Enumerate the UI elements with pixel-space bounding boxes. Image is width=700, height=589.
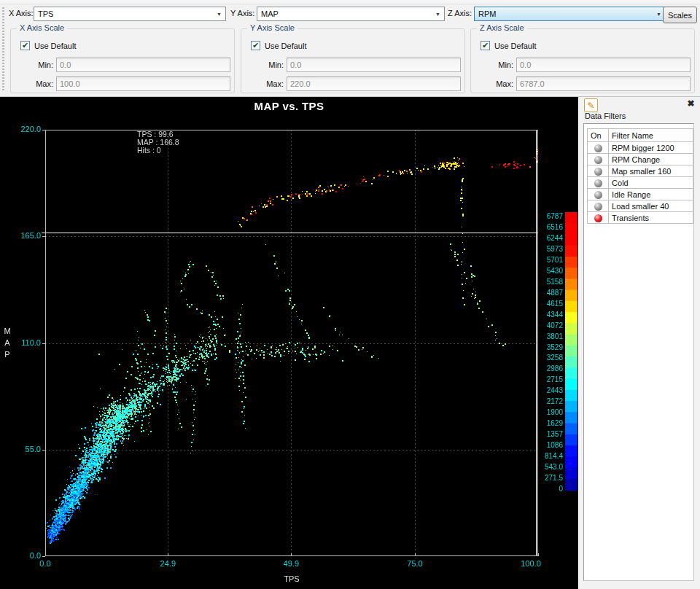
y-axis-scale-title: Y Axis Scale xyxy=(247,23,298,32)
y-max-input[interactable] xyxy=(287,77,461,91)
x-tick-label: 49.9 xyxy=(284,559,299,568)
filter-row: Idle Range xyxy=(588,189,693,200)
filter-row: Cold xyxy=(588,177,693,189)
filter-name-cell[interactable]: RPM bigger 1200 xyxy=(609,142,693,154)
x-axis-select[interactable]: TPS ▼ xyxy=(34,7,226,21)
check-icon: ✔ xyxy=(252,42,259,50)
x-max-input[interactable] xyxy=(56,77,230,91)
x-tick-label: 24.9 xyxy=(160,559,176,568)
filter-name-cell[interactable]: Idle Range xyxy=(609,189,693,200)
z-axis-label: Z Axis: xyxy=(448,9,472,17)
filter-name-cell[interactable]: Map smaller 160 xyxy=(609,165,693,177)
colorbar-tick-label: 3258 xyxy=(522,354,563,362)
z-use-default-checkbox[interactable]: ✔ xyxy=(481,41,490,50)
filter-led-off-icon[interactable] xyxy=(594,168,602,176)
chart-title: MAP vs. TPS xyxy=(0,100,578,112)
filters-col-name: Filter Name xyxy=(609,129,693,142)
data-filters-title: Data Filters xyxy=(585,112,626,120)
cursor-readout-line-2: Hits : 0 xyxy=(137,147,179,155)
filter-name-cell[interactable]: RPM Change xyxy=(609,154,693,165)
colorbar-tick-label: 6787 xyxy=(522,212,563,220)
y-tick-label: 220.0 xyxy=(6,125,41,133)
chevron-down-icon: ▼ xyxy=(656,12,661,17)
colorbar-tick-label: 1357 xyxy=(522,430,563,438)
colorbar-tick-label: 4072 xyxy=(522,321,563,329)
y-tick-label: 55.0 xyxy=(6,445,41,453)
plot-canvas[interactable] xyxy=(0,97,578,589)
filter-led-off-icon[interactable] xyxy=(594,203,602,211)
colorbar-tick-label: 6516 xyxy=(522,223,563,231)
y-axis-selected-value: MAP xyxy=(261,9,432,18)
z-axis-selected-value: RPM xyxy=(478,9,653,18)
x-axis-title: TPS xyxy=(45,574,538,583)
z-axis-scale-title: Z Axis Scale xyxy=(477,23,527,32)
colorbar-tick-label: 4887 xyxy=(522,289,563,297)
z-axis-select[interactable]: RPM ▼ xyxy=(474,7,666,21)
data-filters-panel: ✎ ✖ Data Filters On Filter Name RPM bigg… xyxy=(578,97,700,589)
z-use-default-label: Use Default xyxy=(494,42,536,50)
filter-row: RPM bigger 1200 xyxy=(588,142,693,154)
y-use-default-checkbox[interactable]: ✔ xyxy=(251,41,260,50)
y-axis-label: Y Axis: xyxy=(230,9,254,17)
x-min-input[interactable] xyxy=(56,58,230,72)
colorbar-tick-label: 2172 xyxy=(522,397,563,405)
colorbar-tick-label: 5973 xyxy=(522,245,563,253)
colorbar-tick-label: 814.4 xyxy=(522,452,563,460)
y-axis-title-letter: M xyxy=(3,327,12,335)
colorbar-tick-label: 3801 xyxy=(522,332,563,340)
filter-led-off-icon[interactable] xyxy=(594,179,602,187)
axis-toolbar: X Axis: TPS ▼ Y Axis: MAP ▼ Z Axis: RPM … xyxy=(0,4,700,23)
colorbar-tick-label: 3529 xyxy=(522,343,563,351)
colorbar-tick-label: 5430 xyxy=(522,267,563,275)
pencil-icon: ✎ xyxy=(587,101,594,110)
z-min-label: Min: xyxy=(471,61,513,69)
colorbar-tick-label: 2986 xyxy=(522,364,563,372)
y-max-label: Max: xyxy=(241,79,284,88)
colorbar-tick-label: 1086 xyxy=(522,441,563,449)
filter-led-off-icon[interactable] xyxy=(594,156,602,164)
edit-filters-button[interactable]: ✎ xyxy=(584,98,598,112)
colorbar-tick-label: 5158 xyxy=(522,278,563,286)
filter-name-cell[interactable]: Transients xyxy=(609,212,693,224)
y-use-default-label: Use Default xyxy=(265,42,306,50)
filter-row: Load smaller 40 xyxy=(588,200,693,212)
filters-list-box: On Filter Name RPM bigger 1200RPM Change… xyxy=(583,123,694,581)
y-min-input[interactable] xyxy=(287,58,461,72)
z-max-input[interactable] xyxy=(516,77,691,91)
colorbar-tick-label: 2715 xyxy=(522,375,563,383)
x-axis-selected-value: TPS xyxy=(38,9,214,18)
filter-led-on-icon[interactable] xyxy=(594,214,602,222)
check-icon: ✔ xyxy=(482,42,489,50)
y-axis-title-letter: P xyxy=(3,350,12,359)
y-axis-select[interactable]: MAP ▼ xyxy=(257,7,445,21)
scatter-chart-area: MAP vs. TPS TPS : 99.6MAP : 166.8Hits : … xyxy=(0,97,578,589)
filter-led-off-icon[interactable] xyxy=(594,144,602,152)
check-icon: ✔ xyxy=(22,42,28,50)
chevron-down-icon: ▼ xyxy=(435,12,440,17)
filter-led-off-icon[interactable] xyxy=(594,191,602,199)
y-tick-label: 165.0 xyxy=(6,231,41,240)
scales-button[interactable]: Scales xyxy=(663,7,697,23)
x-tick-label: 0.0 xyxy=(39,559,50,568)
y-axis-scale-group: Y Axis Scale ✔ Use Default Min: Max: xyxy=(241,28,465,93)
colorbar-tick-label: 4615 xyxy=(522,300,563,308)
colorbar-tick-label: 5701 xyxy=(522,256,563,264)
z-max-label: Max: xyxy=(471,79,513,88)
colorbar-tick-label: 1900 xyxy=(522,408,563,416)
x-tick-label: 100.0 xyxy=(521,559,541,568)
colorbar-tick-label: 2443 xyxy=(522,386,563,394)
filters-table: On Filter Name RPM bigger 1200RPM Change… xyxy=(587,128,693,224)
colorbar-tick-label: 543.0 xyxy=(522,463,563,471)
filter-name-cell[interactable]: Cold xyxy=(609,177,693,189)
x-use-default-checkbox[interactable]: ✔ xyxy=(20,41,30,50)
x-axis-scale-group: X Axis Scale ✔ Use Default Min: Max: xyxy=(10,28,235,93)
x-max-label: Max: xyxy=(11,79,53,88)
filter-name-cell[interactable]: Load smaller 40 xyxy=(609,200,693,212)
filter-row: Transients xyxy=(588,212,693,224)
chevron-down-icon: ▼ xyxy=(217,12,222,17)
z-min-input[interactable] xyxy=(516,58,691,72)
x-axis-label: X Axis: xyxy=(9,9,34,17)
colorbar-tick-label: 4344 xyxy=(522,311,563,319)
close-panel-button[interactable]: ✖ xyxy=(685,98,696,109)
x-use-default-label: Use Default xyxy=(34,42,76,50)
